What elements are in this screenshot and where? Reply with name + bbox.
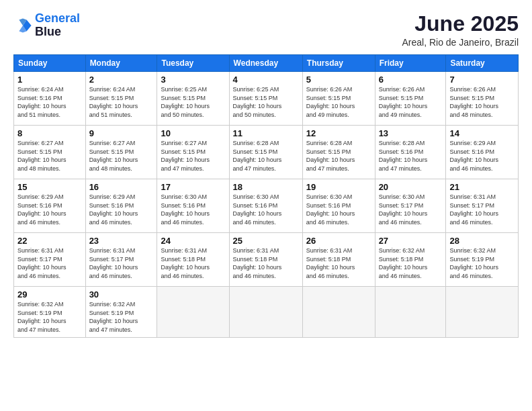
calendar-day-cell: 23Sunrise: 6:31 AM Sunset: 5:17 PM Dayli… xyxy=(85,233,157,287)
calendar-day-cell: 1Sunrise: 6:24 AM Sunset: 5:16 PM Daylig… xyxy=(14,72,86,126)
calendar-header-thursday: Thursday xyxy=(302,55,375,72)
location: Areal, Rio de Janeiro, Brazil xyxy=(402,37,519,48)
day-number: 29 xyxy=(17,289,82,300)
day-number: 19 xyxy=(306,182,371,192)
calendar-day-cell: 20Sunrise: 6:30 AM Sunset: 5:17 PM Dayli… xyxy=(375,179,446,233)
day-info: Sunrise: 6:27 AM Sunset: 5:15 PM Dayligh… xyxy=(17,139,82,173)
header: General Blue June 2025 Areal, Rio de Jan… xyxy=(13,12,519,48)
calendar-day-cell xyxy=(302,287,375,337)
day-number: 25 xyxy=(233,236,299,246)
day-info: Sunrise: 6:28 AM Sunset: 5:15 PM Dayligh… xyxy=(306,139,371,173)
title-block: June 2025 Areal, Rio de Janeiro, Brazil xyxy=(402,12,519,48)
day-info: Sunrise: 6:31 AM Sunset: 5:17 PM Dayligh… xyxy=(449,193,515,226)
day-number: 3 xyxy=(161,75,225,85)
day-number: 21 xyxy=(449,182,515,192)
day-info: Sunrise: 6:30 AM Sunset: 5:16 PM Dayligh… xyxy=(306,193,371,226)
day-info: Sunrise: 6:24 AM Sunset: 5:15 PM Dayligh… xyxy=(89,85,154,119)
calendar-day-cell: 13Sunrise: 6:28 AM Sunset: 5:16 PM Dayli… xyxy=(375,126,446,179)
day-number: 14 xyxy=(449,128,515,138)
calendar-day-cell: 2Sunrise: 6:24 AM Sunset: 5:15 PM Daylig… xyxy=(85,72,157,126)
day-info: Sunrise: 6:27 AM Sunset: 5:15 PM Dayligh… xyxy=(161,139,225,173)
day-number: 9 xyxy=(89,128,154,138)
calendar-day-cell xyxy=(446,287,519,337)
day-number: 28 xyxy=(449,236,515,246)
day-info: Sunrise: 6:30 AM Sunset: 5:17 PM Dayligh… xyxy=(379,193,443,226)
day-info: Sunrise: 6:28 AM Sunset: 5:15 PM Dayligh… xyxy=(233,139,299,173)
day-number: 24 xyxy=(161,236,225,246)
day-number: 11 xyxy=(233,128,299,138)
calendar-week-row: 8Sunrise: 6:27 AM Sunset: 5:15 PM Daylig… xyxy=(14,126,519,179)
calendar-day-cell: 9Sunrise: 6:27 AM Sunset: 5:15 PM Daylig… xyxy=(85,126,157,179)
calendar-day-cell: 11Sunrise: 6:28 AM Sunset: 5:15 PM Dayli… xyxy=(229,126,302,179)
calendar-week-row: 15Sunrise: 6:29 AM Sunset: 5:16 PM Dayli… xyxy=(14,179,519,233)
day-info: Sunrise: 6:26 AM Sunset: 5:15 PM Dayligh… xyxy=(306,85,371,119)
calendar-day-cell: 4Sunrise: 6:25 AM Sunset: 5:15 PM Daylig… xyxy=(229,72,302,126)
day-number: 27 xyxy=(379,236,443,246)
calendar-day-cell: 22Sunrise: 6:31 AM Sunset: 5:17 PM Dayli… xyxy=(14,233,86,287)
calendar-header-monday: Monday xyxy=(85,55,157,72)
logo-icon xyxy=(13,16,32,35)
day-number: 18 xyxy=(233,182,299,192)
calendar-week-row: 29Sunrise: 6:32 AM Sunset: 5:19 PM Dayli… xyxy=(14,287,519,337)
calendar: SundayMondayTuesdayWednesdayThursdayFrid… xyxy=(13,54,519,337)
day-number: 2 xyxy=(89,75,154,85)
calendar-day-cell: 24Sunrise: 6:31 AM Sunset: 5:18 PM Dayli… xyxy=(157,233,229,287)
page: General Blue June 2025 Areal, Rio de Jan… xyxy=(0,0,532,411)
day-number: 30 xyxy=(89,289,154,300)
logo-text: General Blue xyxy=(35,12,80,39)
calendar-week-row: 1Sunrise: 6:24 AM Sunset: 5:16 PM Daylig… xyxy=(14,72,519,126)
day-info: Sunrise: 6:32 AM Sunset: 5:19 PM Dayligh… xyxy=(17,300,82,334)
day-number: 1 xyxy=(17,75,82,85)
calendar-day-cell xyxy=(229,287,302,337)
day-number: 6 xyxy=(379,75,443,85)
day-number: 5 xyxy=(306,75,371,85)
day-info: Sunrise: 6:31 AM Sunset: 5:17 PM Dayligh… xyxy=(17,246,82,280)
calendar-day-cell: 7Sunrise: 6:26 AM Sunset: 5:15 PM Daylig… xyxy=(446,72,519,126)
day-info: Sunrise: 6:26 AM Sunset: 5:15 PM Dayligh… xyxy=(449,85,515,119)
calendar-day-cell: 8Sunrise: 6:27 AM Sunset: 5:15 PM Daylig… xyxy=(14,126,86,179)
day-info: Sunrise: 6:28 AM Sunset: 5:16 PM Dayligh… xyxy=(379,139,443,173)
calendar-week-row: 22Sunrise: 6:31 AM Sunset: 5:17 PM Dayli… xyxy=(14,233,519,287)
logo: General Blue xyxy=(13,12,80,39)
calendar-day-cell: 28Sunrise: 6:32 AM Sunset: 5:19 PM Dayli… xyxy=(446,233,519,287)
day-info: Sunrise: 6:30 AM Sunset: 5:16 PM Dayligh… xyxy=(233,193,299,226)
day-number: 16 xyxy=(89,182,154,192)
calendar-header-tuesday: Tuesday xyxy=(157,55,229,72)
calendar-day-cell: 6Sunrise: 6:26 AM Sunset: 5:15 PM Daylig… xyxy=(375,72,446,126)
day-number: 10 xyxy=(161,128,225,138)
day-info: Sunrise: 6:31 AM Sunset: 5:18 PM Dayligh… xyxy=(161,246,225,280)
calendar-header-sunday: Sunday xyxy=(14,55,86,72)
day-number: 8 xyxy=(17,128,82,138)
calendar-day-cell: 29Sunrise: 6:32 AM Sunset: 5:19 PM Dayli… xyxy=(14,287,86,337)
calendar-day-cell: 14Sunrise: 6:29 AM Sunset: 5:16 PM Dayli… xyxy=(446,126,519,179)
calendar-day-cell: 26Sunrise: 6:31 AM Sunset: 5:18 PM Dayli… xyxy=(302,233,375,287)
day-number: 7 xyxy=(449,75,515,85)
calendar-day-cell xyxy=(375,287,446,337)
calendar-day-cell: 15Sunrise: 6:29 AM Sunset: 5:16 PM Dayli… xyxy=(14,179,86,233)
day-info: Sunrise: 6:32 AM Sunset: 5:19 PM Dayligh… xyxy=(89,300,154,334)
calendar-day-cell: 30Sunrise: 6:32 AM Sunset: 5:19 PM Dayli… xyxy=(85,287,157,337)
day-info: Sunrise: 6:32 AM Sunset: 5:19 PM Dayligh… xyxy=(449,246,515,280)
calendar-header-saturday: Saturday xyxy=(446,55,519,72)
day-number: 20 xyxy=(379,182,443,192)
calendar-header-wednesday: Wednesday xyxy=(229,55,302,72)
calendar-header-row: SundayMondayTuesdayWednesdayThursdayFrid… xyxy=(14,55,519,72)
day-info: Sunrise: 6:26 AM Sunset: 5:15 PM Dayligh… xyxy=(379,85,443,119)
day-info: Sunrise: 6:29 AM Sunset: 5:16 PM Dayligh… xyxy=(17,193,82,226)
calendar-day-cell: 10Sunrise: 6:27 AM Sunset: 5:15 PM Dayli… xyxy=(157,126,229,179)
day-info: Sunrise: 6:25 AM Sunset: 5:15 PM Dayligh… xyxy=(233,85,299,119)
day-info: Sunrise: 6:25 AM Sunset: 5:15 PM Dayligh… xyxy=(161,85,225,119)
month-year: June 2025 xyxy=(402,12,519,36)
day-number: 12 xyxy=(306,128,371,138)
day-number: 13 xyxy=(379,128,443,138)
calendar-day-cell: 16Sunrise: 6:29 AM Sunset: 5:16 PM Dayli… xyxy=(85,179,157,233)
calendar-day-cell: 12Sunrise: 6:28 AM Sunset: 5:15 PM Dayli… xyxy=(302,126,375,179)
day-info: Sunrise: 6:24 AM Sunset: 5:16 PM Dayligh… xyxy=(17,85,82,119)
calendar-day-cell xyxy=(157,287,229,337)
day-info: Sunrise: 6:30 AM Sunset: 5:16 PM Dayligh… xyxy=(161,193,225,226)
day-number: 23 xyxy=(89,236,154,246)
day-number: 17 xyxy=(161,182,225,192)
calendar-day-cell: 3Sunrise: 6:25 AM Sunset: 5:15 PM Daylig… xyxy=(157,72,229,126)
calendar-day-cell: 5Sunrise: 6:26 AM Sunset: 5:15 PM Daylig… xyxy=(302,72,375,126)
calendar-day-cell: 19Sunrise: 6:30 AM Sunset: 5:16 PM Dayli… xyxy=(302,179,375,233)
